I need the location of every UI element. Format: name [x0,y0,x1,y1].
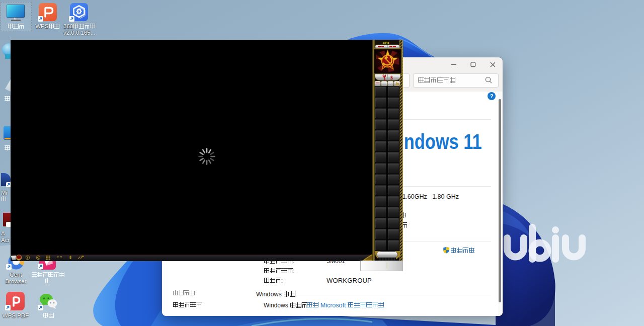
svg-text:$: $ [390,75,393,80]
svg-text:3848: 3848 [382,41,389,44]
